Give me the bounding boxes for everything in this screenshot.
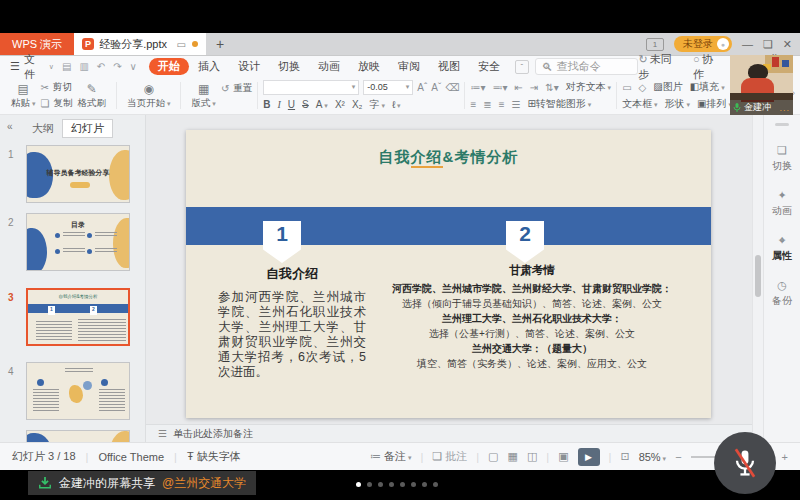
rail-item-properties[interactable]: ⌖属性: [764, 234, 800, 263]
print-icon[interactable]: ▥: [79, 61, 88, 72]
increase-font-icon[interactable]: Aˆ: [417, 82, 427, 93]
window-count-badge[interactable]: 1: [646, 38, 664, 51]
normal-view-icon[interactable]: ▢: [488, 450, 498, 463]
slide-thumbnail-2[interactable]: 目录: [26, 213, 130, 271]
reset-button[interactable]: ↺重置: [221, 82, 252, 95]
align-center-icon[interactable]: ≣: [483, 99, 491, 110]
screen-share-banner[interactable]: 金建冲的屏幕共享 @兰州交通大学: [28, 471, 256, 495]
rail-item-backup[interactable]: ◷备份: [764, 279, 800, 308]
ribbon-tab-design[interactable]: 设计: [229, 58, 269, 75]
slide-title[interactable]: 自我介绍&考情分析: [186, 148, 711, 167]
vertical-scrollbar[interactable]: [752, 115, 763, 442]
participant-menu-button[interactable]: ...: [779, 103, 790, 113]
font-name-select[interactable]: ▾: [263, 80, 359, 95]
align-text-button[interactable]: 对齐文本 ▾: [566, 80, 611, 94]
page-dot[interactable]: [400, 482, 405, 487]
more-commands-icon[interactable]: ∨: [130, 61, 137, 72]
slide-sorter-view-icon[interactable]: ▦: [507, 450, 517, 463]
slideshow-play-button[interactable]: ▶: [578, 448, 600, 466]
highlight-button[interactable]: ℓ ▾: [392, 99, 401, 110]
section-2-content[interactable]: 甘肃考情 河西学院、兰州城市学院、兰州财经大学、甘肃财贸职业学院： 选择（倾向于…: [382, 263, 682, 371]
superscript-button[interactable]: X²: [335, 99, 345, 110]
slide-thumbnail-4[interactable]: [26, 362, 130, 420]
minimize-button[interactable]: —: [742, 38, 753, 50]
ribbon-tab-view[interactable]: 视图: [429, 58, 469, 75]
bullet-list-icon[interactable]: ≔▾: [470, 82, 485, 93]
more-tabs-button[interactable]: ˇ: [515, 60, 529, 74]
notes-toggle-button[interactable]: ≔ 备注 ▾: [370, 449, 412, 464]
participant-video-tile[interactable]: 金建冲 ...: [730, 55, 793, 115]
collapse-panel-button[interactable]: «: [7, 121, 13, 132]
restore-button[interactable]: ❏: [763, 38, 773, 51]
zoom-out-button[interactable]: −: [675, 451, 681, 463]
tab-outline[interactable]: 大纲: [32, 121, 54, 136]
redo-icon[interactable]: ↷: [113, 61, 121, 72]
ribbon-tab-slideshow[interactable]: 放映: [349, 58, 389, 75]
fit-slide-icon[interactable]: ⊡: [620, 450, 629, 463]
to-smartart-button[interactable]: ⊞转智能图形 ▾: [527, 97, 591, 111]
command-search-input[interactable]: 🔍︎ 查找命令: [535, 58, 639, 75]
current-slide[interactable]: 自我介绍&考情分析 1 2 自我介绍 参加河西学院、兰州城市学院、兰州石化职业技…: [186, 130, 711, 418]
ribbon-tab-transition[interactable]: 切换: [269, 58, 309, 75]
page-dot[interactable]: [411, 482, 416, 487]
align-left-icon[interactable]: ≡: [470, 99, 476, 110]
play-from-page-button[interactable]: ◉ 当页开始 ▾: [122, 79, 175, 112]
save-icon[interactable]: ▤: [62, 61, 71, 72]
scrollbar-thumb[interactable]: [755, 255, 761, 297]
missing-font-warning[interactable]: Ŧ 缺失字体: [187, 449, 241, 464]
slide-thumbnail-5[interactable]: [26, 430, 130, 442]
ribbon-tab-animation[interactable]: 动画: [309, 58, 349, 75]
strikethrough-button[interactable]: S: [302, 99, 309, 110]
decrease-font-icon[interactable]: Aˇ: [431, 82, 441, 93]
fill-button[interactable]: ◧填充 ▾: [690, 80, 725, 94]
page-dot[interactable]: [356, 482, 361, 487]
numbered-list-icon[interactable]: ≕▾: [492, 82, 507, 93]
page-dot[interactable]: [378, 482, 383, 487]
zoom-level[interactable]: 85% ▾: [639, 451, 667, 463]
italic-button[interactable]: I: [278, 99, 281, 110]
comments-toggle-button[interactable]: ❏ 批注: [432, 449, 467, 464]
slide-canvas[interactable]: 自我介绍&考情分析 1 2 自我介绍 参加河西学院、兰州城市学院、兰州石化职业技…: [146, 115, 752, 424]
ribbon-tab-insert[interactable]: 插入: [189, 58, 229, 75]
pagination-dots[interactable]: [356, 482, 438, 487]
reading-view-icon[interactable]: ◫: [527, 450, 537, 463]
increase-indent-icon[interactable]: ⇥: [530, 82, 538, 93]
subscript-button[interactable]: X₂: [352, 99, 363, 110]
rail-item-transition[interactable]: ❏切换: [764, 144, 800, 173]
rail-handle[interactable]: [775, 123, 789, 126]
slide-thumbnail-1[interactable]: 辅导员备考经验分享: [26, 145, 130, 203]
shape-button[interactable]: 形状 ▾: [665, 97, 690, 111]
page-dot[interactable]: [422, 482, 427, 487]
play-settings-icon[interactable]: ▣: [558, 450, 568, 463]
font-color-button[interactable]: A ▾: [316, 99, 328, 110]
slide-thumbnail-3-selected[interactable]: 自我介绍&考情分析 1 2: [26, 288, 130, 346]
layout-button[interactable]: ▦ 版式 ▾: [186, 79, 220, 112]
bold-button[interactable]: B: [263, 99, 270, 110]
justify-icon[interactable]: ☰: [511, 99, 520, 110]
char-format-button[interactable]: 字 ▾: [369, 98, 384, 112]
line-spacing-icon[interactable]: ⇅▾: [545, 82, 558, 93]
page-dot[interactable]: [367, 482, 372, 487]
login-button[interactable]: 未登录 ●: [674, 36, 732, 52]
cut-button[interactable]: ✂剪切: [40, 81, 72, 94]
microphone-muted-button[interactable]: [714, 432, 776, 494]
page-dot[interactable]: [433, 482, 438, 487]
ribbon-tab-home[interactable]: 开始: [149, 58, 189, 75]
undo-icon[interactable]: ↶: [97, 61, 105, 72]
zoom-in-button[interactable]: +: [782, 451, 788, 463]
section-1-content[interactable]: 自我介绍 参加河西学院、兰州城市学院、兰州石化职业技术大学、兰州理工大学、甘肃财…: [218, 265, 366, 380]
paste-button[interactable]: ▤ 粘贴 ▾: [6, 79, 40, 112]
decrease-indent-icon[interactable]: ⇤: [514, 82, 522, 93]
underline-button[interactable]: U: [288, 99, 295, 110]
copy-button[interactable]: ❏复制: [40, 97, 72, 110]
clear-format-icon[interactable]: ⌫: [445, 82, 459, 93]
ribbon-tab-security[interactable]: 安全: [469, 58, 509, 75]
close-button[interactable]: ✕: [783, 38, 792, 51]
theme-name[interactable]: Office Theme: [98, 451, 164, 463]
picture-button[interactable]: ▨图片: [653, 80, 682, 94]
align-right-icon[interactable]: ≡: [499, 99, 505, 110]
rail-item-animation[interactable]: ✦动画: [764, 189, 800, 218]
ribbon-tab-review[interactable]: 审阅: [389, 58, 429, 75]
document-tab[interactable]: P 经验分享.pptx: [74, 37, 176, 52]
notes-input[interactable]: ☰ 单击此处添加备注: [146, 424, 752, 442]
